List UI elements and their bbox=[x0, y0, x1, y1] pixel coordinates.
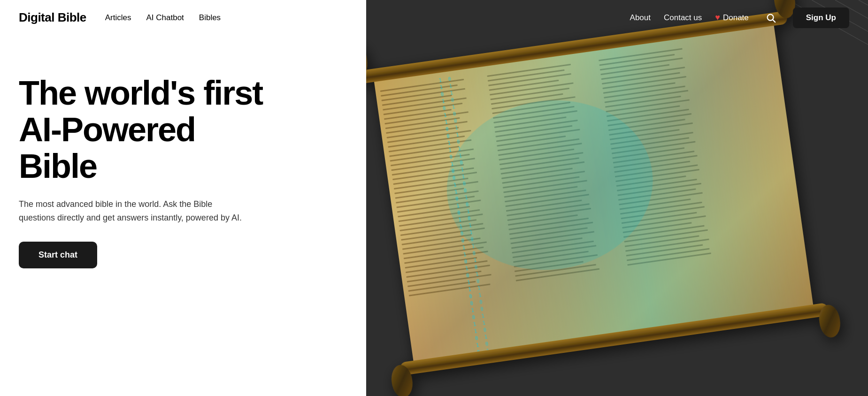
nav-contact-link[interactable]: Contact us bbox=[664, 13, 702, 23]
search-button[interactable] bbox=[764, 11, 778, 25]
hero-title-line3: Bible bbox=[19, 147, 97, 185]
nav-links-right: About Contact us ♥ Donate bbox=[630, 13, 749, 23]
hero-content: The world's first AI-Powered Bible The m… bbox=[19, 75, 282, 268]
nav-donate-link[interactable]: ♥ Donate bbox=[715, 13, 749, 23]
nav-chatbot-link[interactable]: AI Chatbot bbox=[146, 13, 184, 23]
hero-title-line2: AI-Powered bbox=[19, 111, 195, 148]
hero-title: The world's first AI-Powered Bible bbox=[19, 75, 282, 184]
hero-subtitle: The most advanced bible in the world. As… bbox=[19, 198, 244, 225]
page-wrapper: 1 1 0 1 0 1 1 0 0 1 1 0 1 0 0 1 1 bbox=[0, 0, 868, 396]
nav-left: Digital Bible Articles AI Chatbot Bibles bbox=[19, 10, 221, 25]
right-panel: 1 1 0 1 0 1 1 0 0 1 1 0 1 0 0 1 1 bbox=[366, 0, 868, 396]
nav-right: About Contact us ♥ Donate Sign Up bbox=[630, 8, 849, 28]
hero-title-line1: The world's first bbox=[19, 74, 262, 112]
nav-donate-label: Donate bbox=[723, 13, 749, 23]
nav-bibles-link[interactable]: Bibles bbox=[199, 13, 221, 23]
nav-articles-link[interactable]: Articles bbox=[105, 13, 131, 23]
site-logo[interactable]: Digital Bible bbox=[19, 10, 86, 25]
heart-icon: ♥ bbox=[715, 13, 720, 23]
search-icon bbox=[766, 13, 776, 23]
nav-links-left: Articles AI Chatbot Bibles bbox=[105, 13, 221, 23]
signup-button[interactable]: Sign Up bbox=[793, 8, 849, 28]
nav-about-link[interactable]: About bbox=[630, 13, 651, 23]
navigation: Digital Bible Articles AI Chatbot Bibles… bbox=[0, 0, 868, 35]
start-chat-button[interactable]: Start chat bbox=[19, 242, 97, 268]
bible-scroll-illustration: 1 1 0 1 0 1 1 0 0 1 1 0 1 0 0 1 1 bbox=[366, 0, 868, 396]
svg-line-237 bbox=[773, 20, 775, 22]
